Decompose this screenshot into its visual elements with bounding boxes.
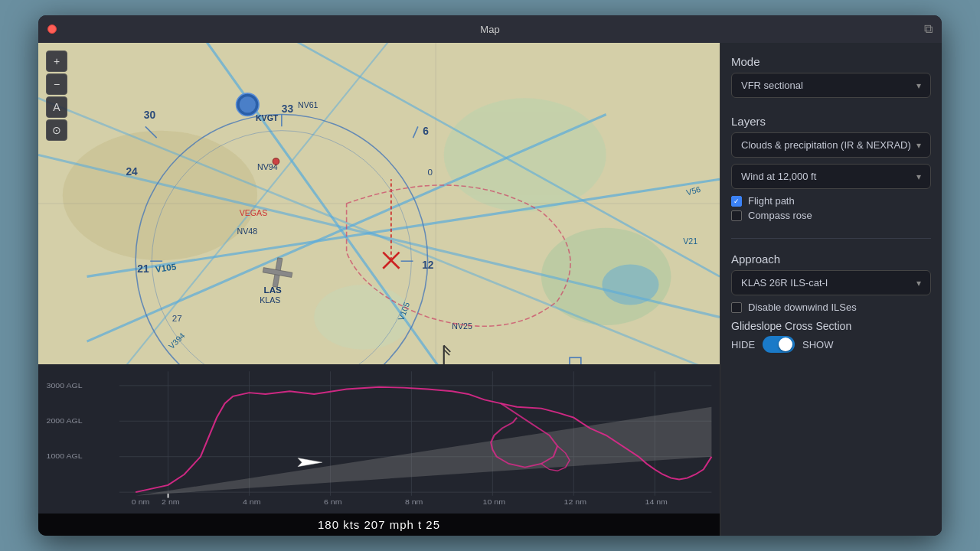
svg-text:4 nm: 4 nm (243, 498, 261, 506)
left-panel: + − A ⊙ (38, 43, 720, 536)
compass-rose-label: Compass rose (748, 210, 812, 221)
status-bar: 180 kts 207 mph t 25 (38, 514, 720, 536)
map-area[interactable]: + − A ⊙ (38, 43, 720, 364)
expand-icon[interactable]: ⧉ (924, 22, 933, 36)
glideslope-toggle[interactable] (763, 336, 795, 353)
main-window: Map ⧉ + − A ⊙ (38, 15, 942, 536)
close-button[interactable] (47, 24, 57, 34)
approach-label: Approach (731, 253, 931, 266)
mode-dropdown-arrow: ▾ (916, 80, 921, 91)
flight-path-checkbox[interactable] (731, 196, 742, 207)
profile-svg: 3000 AGL 2000 AGL 1000 AGL 0 nm 2 nm 4 n… (38, 364, 720, 514)
glideslope-label: Glideslope Cross Section (731, 320, 851, 332)
svg-point-2 (444, 98, 606, 211)
wind-dropdown-value: Wind at 12,000 ft (741, 171, 816, 182)
approach-dropdown-arrow: ▾ (916, 278, 921, 289)
svg-text:2000 AGL: 2000 AGL (47, 417, 83, 425)
svg-text:21: 21 (137, 263, 149, 275)
svg-text:NV25: NV25 (452, 321, 472, 331)
svg-text:0: 0 (428, 167, 433, 177)
svg-point-38 (240, 96, 256, 112)
mode-dropdown[interactable]: VFR sectional ▾ (731, 73, 931, 98)
compass-rose-checkbox[interactable] (731, 210, 742, 221)
titlebar: Map ⧉ (38, 15, 942, 43)
locate-button[interactable]: ⊙ (46, 119, 67, 141)
svg-text:2 nm: 2 nm (162, 498, 180, 506)
svg-text:1000 AGL: 1000 AGL (47, 452, 83, 460)
flight-stats: 180 kts 207 mph t 25 (318, 518, 440, 531)
svg-text:NV61: NV61 (298, 100, 318, 109)
svg-text:NV48: NV48 (237, 227, 258, 236)
label-toggle-button[interactable]: A (46, 96, 67, 118)
mode-section: Mode VFR sectional ▾ (731, 55, 931, 104)
right-panel: Mode VFR sectional ▾ Layers Clouds & pre… (720, 43, 942, 536)
svg-text:12: 12 (422, 259, 434, 271)
layers-section: Layers Clouds & precipitation (IR & NEXR… (731, 115, 931, 224)
divider-1 (731, 238, 931, 239)
toggle-hide-label: HIDE (731, 339, 755, 350)
svg-text:30: 30 (144, 109, 156, 121)
approach-section: Approach KLAS 26R ILS-cat-I ▾ Disable do… (731, 253, 931, 353)
svg-text:KVGT: KVGT (256, 113, 279, 122)
wind-dropdown[interactable]: Wind at 12,000 ft ▾ (731, 164, 931, 189)
mode-dropdown-value: VFR sectional (741, 80, 803, 91)
svg-text:3000 AGL: 3000 AGL (47, 381, 83, 389)
precipitation-dropdown[interactable]: Clouds & precipitation (IR & NEXRAD) ▾ (731, 132, 931, 158)
svg-text:6 nm: 6 nm (324, 498, 342, 506)
svg-text:10 nm: 10 nm (483, 498, 505, 506)
toggle-thumb (779, 337, 792, 351)
svg-text:6: 6 (423, 126, 429, 137)
compass-rose-checkbox-row[interactable]: Compass rose (731, 210, 931, 221)
svg-text:27: 27 (172, 313, 182, 323)
approach-dropdown[interactable]: KLAS 26R ILS-cat-I ▾ (731, 270, 931, 295)
profile-area: 3000 AGL 2000 AGL 1000 AGL 0 nm 2 nm 4 n… (38, 364, 720, 514)
disable-ils-checkbox-row[interactable]: Disable downwind ILSes (731, 302, 931, 313)
svg-text:0 nm: 0 nm (132, 498, 150, 506)
svg-text:24: 24 (126, 166, 138, 178)
disable-ils-label: Disable downwind ILSes (748, 302, 857, 313)
toggle-show-label: SHOW (802, 339, 833, 350)
svg-text:33: 33 (282, 103, 294, 115)
mode-label: Mode (731, 55, 931, 68)
layers-label: Layers (731, 115, 931, 128)
flight-path-label: Flight path (748, 195, 795, 207)
map-toolbar: + − A ⊙ (46, 51, 67, 141)
svg-text:LAS: LAS (264, 285, 283, 295)
precipitation-dropdown-arrow: ▾ (916, 140, 921, 151)
svg-text:V21: V21 (683, 236, 697, 246)
svg-text:12 nm: 12 nm (564, 498, 586, 506)
svg-point-5 (602, 264, 658, 305)
zoom-out-button[interactable]: − (46, 73, 67, 95)
disable-ils-checkbox[interactable] (731, 302, 742, 313)
window-title: Map (480, 24, 499, 35)
zoom-in-button[interactable]: + (46, 51, 67, 72)
content-area: + − A ⊙ (38, 43, 942, 536)
svg-point-55 (273, 158, 279, 165)
map-svg: V105 V394 V105 V56 V21 (38, 43, 720, 364)
svg-text:KLAS: KLAS (260, 295, 280, 305)
precipitation-dropdown-value: Clouds & precipitation (IR & NEXRAD) (741, 139, 911, 151)
svg-text:8 nm: 8 nm (405, 498, 423, 506)
approach-dropdown-value: KLAS 26R ILS-cat-I (741, 277, 828, 289)
svg-text:VEGAS: VEGAS (240, 208, 267, 217)
wind-dropdown-arrow: ▾ (916, 171, 921, 182)
flight-path-checkbox-row[interactable]: Flight path (731, 195, 931, 207)
glideslope-toggle-row: HIDE SHOW (731, 336, 931, 353)
svg-text:14 nm: 14 nm (645, 498, 668, 506)
